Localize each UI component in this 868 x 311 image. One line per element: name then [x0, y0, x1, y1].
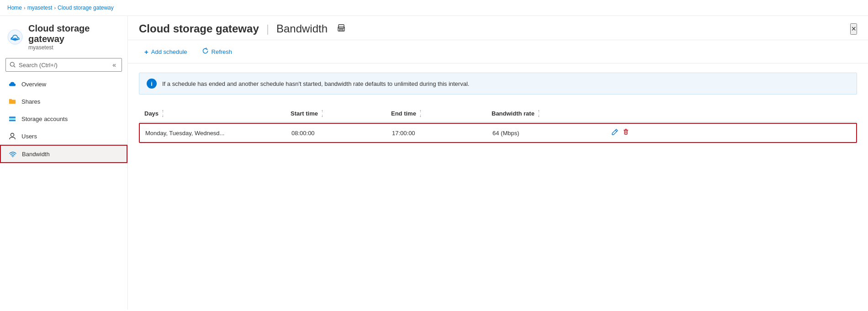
svg-point-10	[12, 156, 13, 157]
sort-icon-start-time: ↑↓	[321, 109, 323, 118]
delete-icon[interactable]	[622, 128, 630, 137]
column-header-start-time[interactable]: Start time ↑↓	[291, 109, 391, 118]
cell-end-time: 17:00:00	[392, 130, 492, 137]
sidebar-item-overview-label: Overview	[21, 81, 46, 88]
sidebar-nav: Overview Shares	[0, 75, 127, 163]
storage-icon	[8, 114, 17, 123]
svg-line-15	[615, 130, 617, 132]
cell-bandwidth-rate: 64 (Mbps)	[492, 130, 593, 137]
svg-line-5	[14, 66, 15, 67]
refresh-icon	[202, 47, 209, 56]
folder-icon	[8, 97, 17, 106]
page-subtitle: Bandwidth	[276, 22, 328, 35]
breadcrumb-myasetest[interactable]: myasetest	[27, 5, 53, 11]
content-area: i If a schedule has ended and another sc…	[128, 63, 868, 310]
svg-point-9	[11, 133, 14, 137]
sidebar-item-bandwidth-label: Bandwidth	[22, 151, 50, 158]
edit-icon[interactable]	[611, 128, 619, 137]
sidebar-item-users[interactable]: Users	[0, 127, 127, 145]
cell-days: Monday, Tuesday, Wednesd...	[145, 130, 291, 137]
sort-icon-end-time: ↑↓	[419, 109, 422, 118]
sidebar-item-overview[interactable]: Overview	[0, 75, 127, 93]
bandwidth-table: Days ↑↓ Start time ↑↓ End time	[139, 105, 857, 143]
table-row[interactable]: Monday, Tuesday, Wednesd... 08:00:00 17:…	[139, 123, 857, 143]
add-icon: +	[144, 48, 148, 56]
column-header-end-time[interactable]: End time ↑↓	[391, 109, 492, 118]
breadcrumb-current[interactable]: Cloud storage gateway	[58, 5, 114, 11]
sidebar-item-shares-label: Shares	[21, 98, 40, 105]
close-button[interactable]: ×	[850, 23, 857, 35]
svg-rect-7	[9, 118, 16, 120]
sidebar-item-shares[interactable]: Shares	[0, 93, 127, 110]
svg-rect-11	[339, 25, 344, 28]
sidebar-item-users-label: Users	[21, 133, 37, 140]
breadcrumb-home[interactable]: Home	[7, 5, 22, 11]
refresh-label: Refresh	[212, 48, 233, 55]
info-icon: i	[147, 79, 157, 89]
svg-point-0	[8, 30, 22, 44]
svg-rect-16	[625, 130, 627, 134]
main-content: Cloud storage gateway | Bandwidth × + Ad…	[128, 16, 868, 310]
search-icon	[10, 62, 16, 68]
page-title-separator: |	[266, 22, 269, 35]
sidebar-header: Cloud storage gateway myasetest	[0, 16, 127, 54]
search-bar[interactable]: «	[5, 58, 122, 72]
page-header: Cloud storage gateway | Bandwidth ×	[128, 16, 868, 40]
sort-icon-bandwidth-rate: ↑↓	[538, 109, 540, 118]
svg-rect-8	[9, 120, 16, 121]
column-header-days[interactable]: Days ↑↓	[144, 109, 291, 118]
refresh-button[interactable]: Refresh	[196, 45, 238, 58]
wifi-icon	[8, 149, 17, 158]
row-actions	[593, 128, 630, 137]
sidebar-item-storage-accounts[interactable]: Storage accounts	[0, 110, 127, 127]
column-header-bandwidth-rate[interactable]: Bandwidth rate ↑↓	[492, 109, 592, 118]
sidebar-item-storage-accounts-label: Storage accounts	[21, 116, 68, 122]
sort-icon-days: ↑↓	[162, 109, 164, 118]
svg-rect-6	[9, 117, 16, 118]
sidebar-subtitle: myasetest	[28, 44, 120, 51]
user-icon	[8, 132, 17, 141]
sidebar-main-title: Cloud storage gateway	[28, 23, 120, 44]
cloud-icon	[8, 79, 17, 89]
gateway-icon	[7, 29, 23, 45]
svg-point-4	[10, 62, 14, 66]
page-title: Cloud storage gateway	[139, 22, 259, 35]
table-header: Days ↑↓ Start time ↑↓ End time	[139, 105, 857, 122]
info-banner-text: If a schedule has ended and another sche…	[162, 80, 469, 87]
print-icon[interactable]	[337, 24, 346, 34]
add-schedule-label: Add schedule	[151, 48, 187, 55]
info-banner: i If a schedule has ended and another sc…	[139, 73, 857, 95]
sidebar-item-bandwidth[interactable]: Bandwidth	[0, 145, 127, 163]
column-header-actions	[592, 109, 629, 118]
breadcrumb: Home › myasetest › Cloud storage gateway	[0, 0, 868, 16]
add-schedule-button[interactable]: + Add schedule	[139, 45, 193, 58]
cell-start-time: 08:00:00	[291, 130, 392, 137]
sidebar: Cloud storage gateway myasetest «	[0, 16, 128, 310]
search-input[interactable]	[19, 62, 108, 69]
sidebar-collapse-button[interactable]: «	[111, 60, 118, 69]
toolbar: + Add schedule Refresh	[128, 40, 868, 63]
